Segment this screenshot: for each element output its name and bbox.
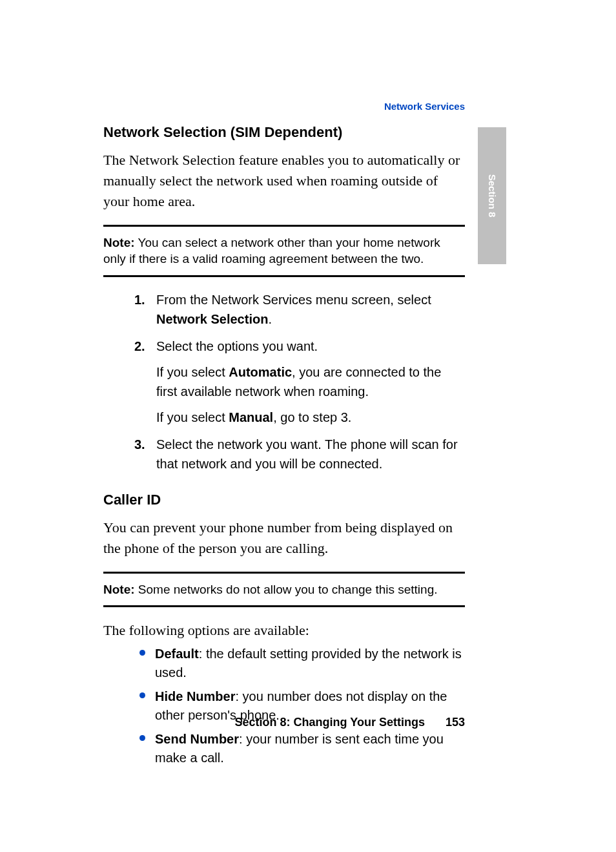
note-text: Some networks do not allow you to change… (135, 583, 438, 596)
step-text: Select the network you want. The phone w… (156, 437, 458, 471)
step-text: Select the options you want. (156, 339, 318, 353)
note-network-selection: Note: You can select a network other tha… (103, 225, 465, 277)
step-item: 3. Select the network you want. The phon… (103, 435, 465, 473)
running-header: Network Services (103, 101, 465, 112)
steps-list: 1. From the Network Services menu screen… (103, 290, 465, 473)
note-label: Note: (103, 583, 135, 596)
sub-before: If you select (156, 365, 229, 379)
bullet-icon (139, 692, 145, 698)
step-item: 1. From the Network Services menu screen… (103, 290, 465, 329)
step-bold: Network Selection (156, 312, 268, 326)
sub-bold: Manual (229, 410, 273, 424)
bullet-bold: Default (155, 647, 199, 661)
section-tab-label: Section 8 (487, 174, 498, 218)
step-text-after: . (268, 312, 272, 326)
note-label: Note: (103, 236, 135, 249)
step-subtext: If you select Automatic, you are connect… (156, 362, 465, 401)
bullet-bold: Hide Number (155, 689, 235, 703)
page-number: 153 (446, 716, 465, 729)
note-text: You can select a network other than your… (103, 236, 440, 266)
page-content: Network Selection (SIM Dependent) The Ne… (103, 124, 465, 773)
step-number: 3. (134, 435, 145, 454)
page-footer: Section 8: Changing Your Settings153 (103, 716, 465, 729)
step-number: 1. (134, 290, 145, 309)
bullet-list: Default: the default setting provided by… (103, 645, 465, 767)
note-caller-id: Note: Some networks do not allow you to … (103, 572, 465, 608)
heading-caller-id: Caller ID (103, 492, 465, 508)
heading-network-selection: Network Selection (SIM Dependent) (103, 124, 465, 141)
step-number: 2. (134, 337, 145, 356)
intro-caller-id: You can prevent your phone number from b… (103, 517, 465, 559)
list-item: Send Number: your number is sent each ti… (103, 730, 465, 767)
section-tab: Section 8 (478, 127, 506, 264)
step-item: 2. Select the options you want. If you s… (103, 337, 465, 427)
list-item: Default: the default setting provided by… (103, 645, 465, 682)
options-intro: The following options are available: (103, 620, 465, 641)
bullet-text: : the default setting provided by the ne… (155, 647, 462, 680)
bullet-icon (139, 650, 145, 656)
bullet-bold: Send Number (155, 732, 239, 746)
sub-before: If you select (156, 410, 229, 424)
step-text: From the Network Services menu screen, s… (156, 293, 431, 307)
sub-after: , go to step 3. (273, 410, 351, 424)
intro-network-selection: The Network Selection feature enables yo… (103, 150, 465, 212)
page: Network Services Section 8 Network Selec… (0, 0, 616, 852)
step-subtext: If you select Manual, go to step 3. (156, 408, 465, 427)
bullet-icon (139, 735, 145, 741)
footer-section: Section 8: Changing Your Settings (235, 716, 425, 729)
sub-bold: Automatic (229, 365, 292, 379)
